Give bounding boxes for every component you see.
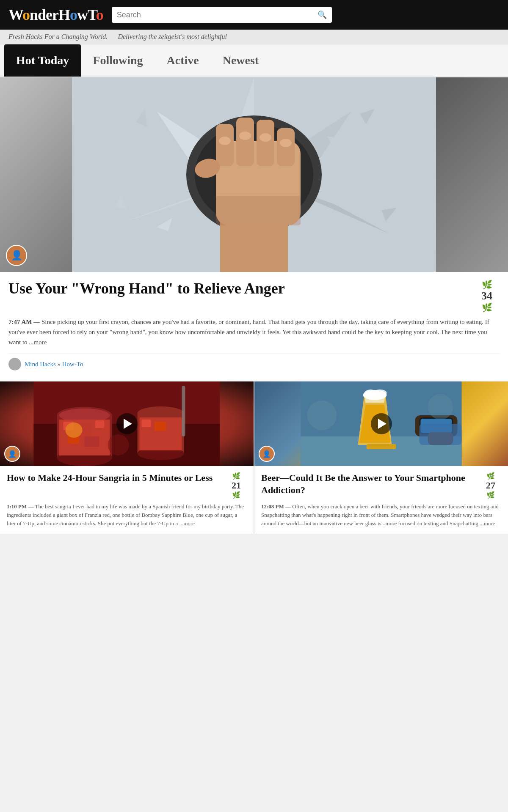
svg-rect-27 — [216, 196, 301, 225]
play-button-2[interactable] — [371, 413, 392, 434]
articles-grid: 👤 How to Make 24-Hour Sangria in 5 Minut… — [0, 381, 508, 534]
hero-category-link[interactable]: Mind Hacks — [25, 361, 56, 368]
tab-newest[interactable]: Newest — [211, 44, 271, 77]
hero-category-sep: » — [58, 361, 62, 368]
svg-point-24 — [239, 132, 251, 140]
laurel-1b: 🌿 — [232, 491, 240, 499]
search-input[interactable] — [117, 11, 318, 19]
hero-article: 👤 Use Your "Wrong Hand" to Relieve Anger… — [0, 77, 508, 381]
article-more-2[interactable]: ...more — [480, 520, 495, 527]
laurel-right: 🌿 — [482, 302, 492, 313]
site-logo[interactable]: WonderHowTo — [8, 6, 103, 24]
svg-point-25 — [260, 133, 271, 142]
svg-rect-19 — [236, 118, 254, 166]
play-button-1[interactable] — [116, 413, 138, 434]
article-time-1: 1:10 PM — [7, 503, 27, 510]
svg-rect-37 — [95, 420, 105, 428]
article-excerpt-2: Often, when you crack open a beer with f… — [261, 503, 499, 527]
article-meta-1: 1:10 PM — The best sangria I ever had in… — [7, 502, 247, 528]
hero-time: 7:47 AM — [8, 318, 32, 325]
article-body-1: How to Make 24-Hour Sangria in 5 Minutes… — [0, 466, 254, 534]
article-meta-2: 12:08 PM — Often, when you crack open a … — [261, 502, 501, 528]
tab-following[interactable]: Following — [81, 44, 155, 77]
svg-rect-45 — [142, 420, 151, 427]
play-icon-1 — [124, 419, 132, 429]
article-card-2: 👤 Beer—Could It Be the Answer to Your Sm… — [254, 381, 508, 534]
article-body-2: Beer—Could It Be the Answer to Your Smar… — [254, 466, 508, 534]
tagline-right: Delivering the zeitgeist's most delightf… — [118, 33, 227, 40]
article-score-1: 🌿 21 🌿 — [226, 472, 247, 499]
tab-active[interactable]: Active — [155, 44, 211, 77]
hero-subcategory-link[interactable]: How-To — [62, 361, 83, 368]
svg-rect-39 — [85, 436, 99, 447]
svg-point-26 — [280, 139, 292, 147]
svg-rect-53 — [367, 444, 396, 449]
score-num-2: 27 — [486, 480, 495, 491]
hero-author-avatar: 👤 — [6, 245, 27, 266]
article-dash-1: — — [28, 503, 35, 510]
laurel-2b: 🌿 — [486, 491, 495, 499]
svg-rect-47 — [182, 386, 185, 436]
hero-category-text: Mind Hacks » How-To — [25, 361, 83, 368]
article-image-2[interactable]: 👤 — [254, 381, 508, 466]
hero-category: Mind Hacks » How-To — [8, 353, 500, 375]
article-title-row-1: How to Make 24-Hour Sangria in 5 Minutes… — [7, 472, 247, 499]
article-score-2: 🌿 27 🌿 — [480, 472, 501, 499]
tab-hot-today[interactable]: Hot Today — [4, 44, 81, 77]
svg-point-56 — [373, 390, 387, 396]
nav-tabs: Hot Today Following Active Newest — [0, 44, 508, 77]
article-title-1[interactable]: How to Make 24-Hour Sangria in 5 Minutes… — [7, 472, 213, 484]
score-number: 34 — [481, 290, 492, 302]
hero-score: 🌿 34 🌿 — [474, 280, 500, 313]
article-avatar-1: 👤 — [4, 446, 20, 462]
hero-title[interactable]: Use Your "Wrong Hand" to Relieve Anger — [8, 280, 285, 298]
tagline-bar: Fresh Hacks For a Changing World. Delive… — [0, 30, 508, 44]
svg-point-64 — [428, 394, 453, 420]
article-more-1[interactable]: ...more — [179, 520, 195, 527]
laurel-1: 🌿 — [232, 472, 240, 480]
svg-rect-46 — [155, 422, 166, 431]
score-num-1: 21 — [232, 480, 241, 491]
article-title-row-2: Beer—Could It Be the Answer to Your Smar… — [261, 472, 501, 499]
article-time-2: 12:08 PM — [261, 503, 284, 510]
svg-point-40 — [66, 422, 83, 438]
svg-point-23 — [219, 137, 231, 145]
score-badge: 🌿 34 🌿 — [481, 280, 492, 313]
hero-dash: — — [33, 318, 41, 325]
svg-rect-62 — [420, 424, 462, 445]
article-card-1: 👤 How to Make 24-Hour Sangria in 5 Minut… — [0, 381, 254, 534]
article-excerpt-1: The best sangria I ever had in my life w… — [7, 503, 244, 527]
article-image-1[interactable]: 👤 — [0, 381, 254, 466]
hero-title-row: Use Your "Wrong Hand" to Relieve Anger 🌿… — [8, 280, 500, 313]
hero-excerpt: 7:47 AM — Since picking up your first cr… — [8, 317, 500, 347]
svg-rect-20 — [257, 120, 274, 166]
article-title-2[interactable]: Beer—Could It Be the Answer to Your Smar… — [261, 472, 477, 496]
site-header: WonderHowTo 🔍 — [0, 0, 508, 30]
hero-read-more[interactable]: ...more — [29, 339, 47, 346]
hero-image[interactable]: 👤 — [0, 77, 508, 272]
hero-excerpt-text: Since picking up your first crayon, chan… — [8, 318, 489, 346]
article-avatar-2: 👤 — [259, 446, 275, 462]
laurel-2: 🌿 — [486, 472, 495, 480]
search-bar: 🔍 — [112, 7, 332, 23]
article-dash-2: — — [285, 503, 292, 510]
hero-category-icon — [8, 358, 21, 370]
hero-illustration — [0, 77, 508, 272]
play-icon-2 — [378, 419, 387, 429]
hero-content: Use Your "Wrong Hand" to Relieve Anger 🌿… — [0, 272, 508, 381]
svg-point-48 — [108, 434, 129, 455]
laurel-left: 🌿 — [482, 280, 492, 290]
search-button[interactable]: 🔍 — [318, 10, 327, 19]
tagline-left: Fresh Hacks For a Changing World. — [8, 33, 108, 40]
svg-point-63 — [307, 401, 337, 430]
